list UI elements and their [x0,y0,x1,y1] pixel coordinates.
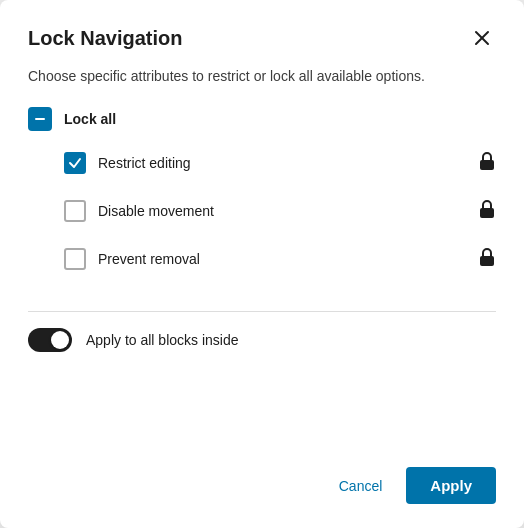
disable-movement-checkbox[interactable] [64,200,86,222]
restrict-editing-checkbox[interactable] [64,152,86,174]
toggle-thumb [51,331,69,349]
option-row: Disable movement [64,187,496,235]
apply-to-blocks-label: Apply to all blocks inside [86,332,239,348]
prevent-removal-label: Prevent removal [98,251,200,267]
svg-rect-2 [35,118,45,120]
option-left: Restrict editing [64,152,191,174]
cancel-button[interactable]: Cancel [323,468,399,504]
option-row: Prevent removal [64,235,496,283]
prevent-removal-checkbox[interactable] [64,248,86,270]
dialog-header: Lock Navigation [28,24,496,52]
close-button[interactable] [468,24,496,52]
lock-all-row: Lock all [28,107,496,131]
option-left: Prevent removal [64,248,200,270]
lock-navigation-dialog: Lock Navigation Choose specific attribut… [0,0,524,528]
option-left: Disable movement [64,200,214,222]
lock-all-label: Lock all [64,111,116,127]
minus-icon [33,112,47,126]
checkmark-icon [68,156,82,170]
restrict-editing-label: Restrict editing [98,155,191,171]
close-icon [472,28,492,48]
option-row: Restrict editing [64,139,496,187]
lock-all-toggle[interactable] [28,107,52,131]
apply-to-blocks-row: Apply to all blocks inside [28,328,496,352]
apply-button[interactable]: Apply [406,467,496,504]
apply-to-blocks-toggle[interactable] [28,328,72,352]
options-list: Restrict editing Disable movement [64,139,496,283]
divider [28,311,496,312]
disable-movement-label: Disable movement [98,203,214,219]
svg-rect-5 [480,256,494,266]
dialog-description: Choose specific attributes to restrict o… [28,66,496,87]
dialog-title: Lock Navigation [28,27,182,50]
svg-rect-3 [480,160,494,170]
dialog-footer: Cancel Apply [28,459,496,504]
prevent-removal-lock-icon [478,247,496,271]
restrict-editing-lock-icon [478,151,496,175]
disable-movement-lock-icon [478,199,496,223]
svg-rect-4 [480,208,494,218]
